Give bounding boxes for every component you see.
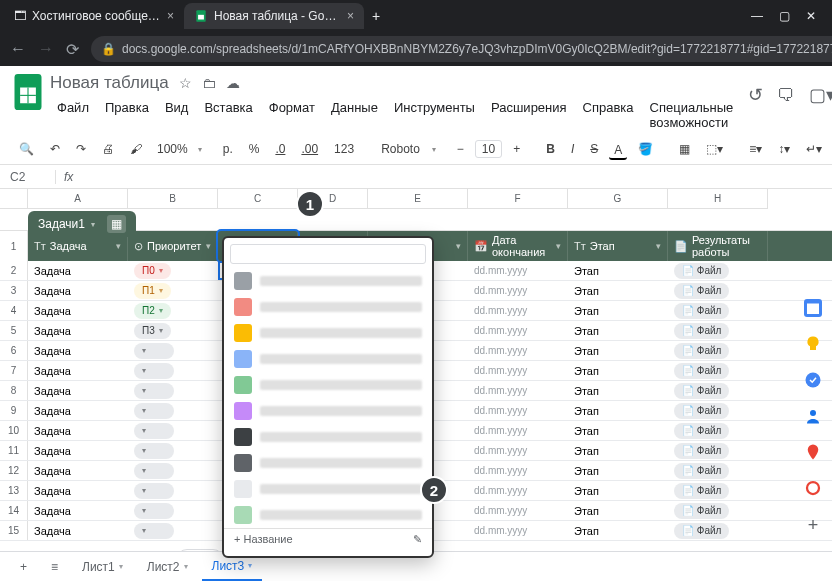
- person-option[interactable]: [224, 502, 432, 528]
- cell-priority[interactable]: ▾: [128, 461, 218, 480]
- cell-end-date[interactable]: dd.mm.yyyy: [468, 321, 568, 340]
- meet-icon[interactable]: ▢▾: [809, 84, 832, 106]
- cell-results[interactable]: 📄 Файл: [668, 301, 768, 320]
- cell-stage[interactable]: Этап: [568, 361, 668, 380]
- file-chip[interactable]: 📄 Файл: [674, 283, 729, 299]
- column-header[interactable]: F: [468, 189, 568, 209]
- sheets-logo-icon[interactable]: [14, 74, 42, 110]
- table-view-icon[interactable]: ▦: [107, 215, 126, 233]
- undo-icon[interactable]: ↶: [45, 138, 65, 160]
- cell-results[interactable]: 📄 Файл: [668, 421, 768, 440]
- column-header[interactable]: A: [28, 189, 128, 209]
- cell-results[interactable]: 📄 Файл: [668, 441, 768, 460]
- cell-results[interactable]: 📄 Файл: [668, 521, 768, 540]
- cell-task[interactable]: Задача: [28, 361, 128, 380]
- doc-title[interactable]: Новая таблица: [50, 73, 169, 93]
- cell-results[interactable]: 📄 Файл: [668, 341, 768, 360]
- priority-chip[interactable]: П3 ▾: [134, 323, 171, 339]
- person-option[interactable]: [224, 450, 432, 476]
- row-header[interactable]: 10: [0, 421, 28, 440]
- menu-item[interactable]: Вид: [158, 96, 196, 134]
- bold-button[interactable]: B: [541, 138, 560, 160]
- cell-stage[interactable]: Этап: [568, 461, 668, 480]
- row-header[interactable]: 8: [0, 381, 28, 400]
- menu-item[interactable]: Расширения: [484, 96, 574, 134]
- reload-icon[interactable]: ⟳: [64, 38, 81, 61]
- tasks-app-icon[interactable]: [804, 371, 822, 389]
- row-header[interactable]: 4: [0, 301, 28, 320]
- cell-stage[interactable]: Этап: [568, 341, 668, 360]
- file-chip[interactable]: 📄 Файл: [674, 443, 729, 459]
- cell-task[interactable]: Задача: [28, 441, 128, 460]
- paint-format-icon[interactable]: 🖌: [125, 138, 147, 160]
- cell-reference[interactable]: C2: [0, 170, 56, 184]
- merge-button[interactable]: ⬚▾: [701, 138, 728, 160]
- browser-tab[interactable]: 🗔 Хостинговое сообщество «Ti… ×: [4, 3, 184, 29]
- priority-chip[interactable]: ▾: [134, 523, 174, 539]
- font-size-input[interactable]: 10: [475, 140, 502, 158]
- priority-chip[interactable]: П1 ▾: [134, 283, 171, 299]
- maps-app-icon[interactable]: [804, 443, 822, 461]
- chevron-down-icon[interactable]: ▾: [206, 241, 211, 251]
- cell-results[interactable]: 📄 Файл: [668, 281, 768, 300]
- cell-task[interactable]: Задача: [28, 381, 128, 400]
- priority-chip[interactable]: ▾: [134, 463, 174, 479]
- cell-stage[interactable]: Этап: [568, 401, 668, 420]
- cell-task[interactable]: Задача: [28, 461, 128, 480]
- cell-stage[interactable]: Этап: [568, 321, 668, 340]
- priority-chip[interactable]: ▾: [134, 423, 174, 439]
- url-input[interactable]: 🔒 docs.google.com/spreadsheets/d/1mCARfY…: [91, 36, 832, 62]
- row-header[interactable]: 3: [0, 281, 28, 300]
- print-icon[interactable]: 🖨: [97, 138, 119, 160]
- cell-end-date[interactable]: dd.mm.yyyy: [468, 381, 568, 400]
- file-chip[interactable]: 📄 Файл: [674, 423, 729, 439]
- cell-end-date[interactable]: dd.mm.yyyy: [468, 301, 568, 320]
- column-header[interactable]: B: [128, 189, 218, 209]
- chevron-down-icon[interactable]: ▾: [656, 241, 661, 251]
- cell-priority[interactable]: П2 ▾: [128, 301, 218, 320]
- cell-end-date[interactable]: dd.mm.yyyy: [468, 401, 568, 420]
- cell-stage[interactable]: Этап: [568, 481, 668, 500]
- cell-priority[interactable]: ▾: [128, 501, 218, 520]
- strike-button[interactable]: S: [585, 138, 603, 160]
- browser-tab-active[interactable]: Новая таблица - Google Табл… ×: [184, 3, 364, 29]
- cell-end-date[interactable]: dd.mm.yyyy: [468, 521, 568, 540]
- row-header[interactable]: 1: [0, 231, 28, 261]
- more-formats-button[interactable]: 123: [329, 138, 359, 160]
- cell-results[interactable]: 📄 Файл: [668, 261, 768, 280]
- cell-end-date[interactable]: dd.mm.yyyy: [468, 361, 568, 380]
- select-all-corner[interactable]: [0, 189, 28, 209]
- column-header[interactable]: E: [368, 189, 468, 209]
- file-chip[interactable]: 📄 Файл: [674, 263, 729, 279]
- person-option[interactable]: [224, 294, 432, 320]
- cell-task[interactable]: Задача: [28, 261, 128, 280]
- menu-item[interactable]: Данные: [324, 96, 385, 134]
- cell-results[interactable]: 📄 Файл: [668, 381, 768, 400]
- text-color-button[interactable]: A: [609, 139, 627, 160]
- cell-priority[interactable]: ▾: [128, 361, 218, 380]
- formula-input[interactable]: [81, 170, 832, 184]
- edit-icon[interactable]: ✎: [413, 533, 422, 546]
- cell-priority[interactable]: П3 ▾: [128, 321, 218, 340]
- priority-chip[interactable]: ▾: [134, 363, 174, 379]
- cell-end-date[interactable]: dd.mm.yyyy: [468, 481, 568, 500]
- cell-task[interactable]: Задача: [28, 341, 128, 360]
- close-window-icon[interactable]: ✕: [806, 9, 816, 23]
- cell-priority[interactable]: П0 ▾: [128, 261, 218, 280]
- cell-task[interactable]: Задача: [28, 421, 128, 440]
- file-chip[interactable]: 📄 Файл: [674, 383, 729, 399]
- row-header[interactable]: 12: [0, 461, 28, 480]
- cell-results[interactable]: 📄 Файл: [668, 401, 768, 420]
- new-tab-button[interactable]: +: [364, 4, 388, 28]
- cell-results[interactable]: 📄 Файл: [668, 321, 768, 340]
- menu-item[interactable]: Формат: [262, 96, 322, 134]
- person-option[interactable]: [224, 372, 432, 398]
- cloud-icon[interactable]: ☁: [226, 75, 240, 91]
- row-header[interactable]: 13: [0, 481, 28, 500]
- cell-task[interactable]: Задача: [28, 481, 128, 500]
- forward-icon[interactable]: →: [36, 38, 56, 60]
- add-name-button[interactable]: + Название: [234, 533, 293, 546]
- cell-stage[interactable]: Этап: [568, 301, 668, 320]
- person-option[interactable]: [224, 346, 432, 372]
- people-search-input[interactable]: [230, 244, 426, 264]
